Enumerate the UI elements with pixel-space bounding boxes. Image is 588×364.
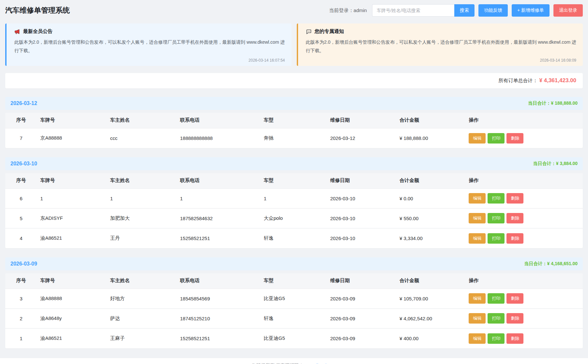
column-header-phone: 联系电话: [177, 113, 261, 128]
print-button[interactable]: 打印: [488, 313, 505, 324]
column-header-seq: 序号: [5, 113, 37, 128]
print-button[interactable]: 打印: [488, 333, 505, 344]
cell-amount: ¥ 188,888.00: [396, 128, 466, 148]
print-button[interactable]: 打印: [488, 193, 505, 204]
delete-button[interactable]: 删除: [506, 313, 523, 324]
personal-notice-title-row: 您的专属通知: [306, 28, 577, 35]
edit-button[interactable]: 编辑: [469, 213, 486, 223]
column-header-actions: 操作: [465, 173, 583, 189]
cell-seq: 6: [5, 189, 37, 208]
cell-phone: 187582584632: [177, 208, 261, 228]
column-header-amount: 合计金额: [396, 273, 466, 289]
announcement-title-row: 最新全员公告: [14, 28, 285, 35]
cell-actions: 编辑打印删除: [465, 289, 583, 309]
table-row: 5东ADISYF加肥加大187582584632大众polo2026-03-10…: [5, 208, 583, 228]
cell-plate: 京A88888: [37, 128, 107, 148]
column-header-owner: 车主姓名: [107, 113, 177, 128]
table-row: 2渝A8648y萨达18745125210轩逸2026-03-09¥ 4,062…: [5, 309, 583, 328]
edit-button[interactable]: 编辑: [469, 313, 486, 324]
cell-owner: 1: [107, 189, 177, 208]
edit-button[interactable]: 编辑: [469, 193, 486, 204]
delete-button[interactable]: 删除: [506, 333, 523, 344]
cell-date: 2026-03-09: [327, 309, 396, 328]
edit-button[interactable]: 编辑: [469, 133, 486, 144]
feedback-button[interactable]: 功能反馈: [478, 4, 508, 17]
table-row: 3渝A88888好地方18545854569比亚迪G52026-03-09¥ 1…: [5, 289, 583, 309]
personal-notice-body: 此版本为2.0，新增后台账号管理和公告发布，可以私发个人账号，适合修理厂员工带手…: [306, 38, 577, 55]
cell-phone: 18745125210: [177, 309, 261, 328]
column-header-plate: 车牌号: [37, 273, 107, 289]
cell-owner: 萨达: [107, 309, 177, 328]
column-header-date: 维修日期: [327, 113, 396, 128]
edit-button[interactable]: 编辑: [469, 233, 486, 244]
cell-model: 1: [261, 189, 327, 208]
search-button[interactable]: 搜索: [454, 4, 475, 17]
column-header-owner: 车主姓名: [107, 273, 177, 289]
orders-table: 序号车牌号车主姓名联系电话车型维修日期合计金额操作3渝A88888好地方1854…: [5, 273, 583, 348]
delete-button[interactable]: 删除: [506, 213, 523, 223]
day-date: 2026-03-12: [10, 100, 37, 106]
cell-plate: 渝A88888: [37, 289, 107, 309]
announcement-title: 最新全员公告: [23, 28, 53, 35]
orders-table: 序号车牌号车主姓名联系电话车型维修日期合计金额操作611112026-03-10…: [5, 173, 583, 248]
print-button[interactable]: 打印: [488, 133, 505, 144]
column-header-seq: 序号: [5, 173, 37, 189]
personal-notice-title: 您的专属通知: [315, 28, 344, 35]
logout-button[interactable]: 退出登录: [553, 4, 583, 17]
column-header-actions: 操作: [465, 113, 583, 128]
print-button[interactable]: 打印: [488, 213, 505, 223]
cell-date: 2026-03-10: [327, 208, 396, 228]
column-header-seq: 序号: [5, 273, 37, 289]
edit-button[interactable]: 编辑: [469, 333, 486, 344]
cell-owner: 王丹: [107, 228, 177, 248]
cell-date: 2026-03-10: [327, 228, 396, 248]
column-header-plate: 车牌号: [37, 113, 107, 128]
notices: 最新全员公告 此版本为2.0，新增后台账号管理和公告发布，可以私发个人账号，适合…: [5, 23, 583, 66]
cell-date: 2026-03-10: [327, 189, 396, 208]
cell-phone: 188888888888: [177, 128, 261, 148]
search-input[interactable]: [372, 4, 454, 17]
table-header-row: 序号车牌号车主姓名联系电话车型维修日期合计金额操作: [5, 273, 583, 289]
column-header-model: 车型: [261, 113, 327, 128]
print-button[interactable]: 打印: [488, 293, 505, 304]
cell-model: 比亚迪G5: [261, 289, 327, 309]
daily-total: 当日合计：¥ 188,888.00: [528, 100, 578, 106]
column-header-actions: 操作: [465, 273, 583, 289]
announcement-body: 此版本为2.0，新增后台账号管理和公告发布，可以私发个人账号，适合修理厂员工带手…: [14, 38, 285, 55]
cell-amount: ¥ 105,709.00: [396, 289, 466, 309]
topbar: 汽车维修单管理系统 当前登录：admin 搜索 功能反馈 + 新增维修单 退出登…: [5, 0, 583, 21]
cell-phone: 1: [177, 189, 261, 208]
column-header-phone: 联系电话: [177, 173, 261, 189]
cell-actions: 编辑打印删除: [465, 328, 583, 348]
delete-button[interactable]: 删除: [506, 293, 523, 304]
personal-notice-timestamp: 2026-03-14 16:08:09: [306, 58, 577, 63]
cell-actions: 编辑打印删除: [465, 128, 583, 148]
delete-button[interactable]: 删除: [506, 133, 523, 144]
personal-notice-card: 您的专属通知 此版本为2.0，新增后台账号管理和公告发布，可以私发个人账号，适合…: [297, 23, 583, 66]
add-repair-order-button[interactable]: + 新增维修单: [512, 4, 550, 17]
topbar-actions: 当前登录：admin 搜索 功能反馈 + 新增维修单 退出登录: [329, 4, 583, 17]
daily-total: 当日合计：¥ 3,884.00: [533, 161, 578, 167]
cell-actions: 编辑打印删除: [465, 228, 583, 248]
day-header: 2026-03-09当日合计：¥ 4,168,651.00: [5, 257, 583, 270]
repair-day-section: 2026-03-09当日合计：¥ 4,168,651.00序号车牌号车主姓名联系…: [5, 257, 583, 348]
cell-owner: 王麻子: [107, 328, 177, 348]
edit-button[interactable]: 编辑: [469, 293, 486, 304]
cell-owner: 好地方: [107, 289, 177, 309]
print-button[interactable]: 打印: [488, 233, 505, 244]
orders-total-label: 所有订单总合计：: [499, 78, 538, 84]
cell-model: 大众polo: [261, 208, 327, 228]
cell-amount: ¥ 400.00: [396, 328, 466, 348]
repair-day-section: 2026-03-12当日合计：¥ 188,888.00序号车牌号车主姓名联系电话…: [5, 97, 583, 148]
delete-button[interactable]: 删除: [506, 233, 523, 244]
column-header-date: 维修日期: [327, 273, 396, 289]
day-header: 2026-03-12当日合计：¥ 188,888.00: [5, 97, 583, 110]
column-header-owner: 车主姓名: [107, 173, 177, 189]
speech-bubble-icon: [306, 29, 312, 35]
cell-amount: ¥ 4,062,542.00: [396, 309, 466, 328]
delete-button[interactable]: 删除: [506, 193, 523, 204]
search-group: 搜索: [372, 4, 475, 17]
cell-plate: 东ADISYF: [37, 208, 107, 228]
cell-model: 轩逸: [261, 309, 327, 328]
orders-total-bar: 所有订单总合计： ¥ 4,361,423.00: [5, 73, 583, 88]
